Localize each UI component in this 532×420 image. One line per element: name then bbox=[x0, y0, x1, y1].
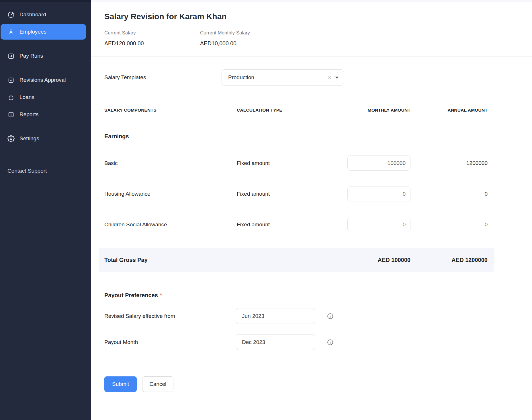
content-top-strip bbox=[91, 0, 532, 2]
payout-month-row: Payout Month bbox=[104, 334, 494, 350]
contact-support-link[interactable]: Contact Support bbox=[0, 168, 91, 174]
info-icon[interactable] bbox=[327, 339, 334, 346]
sidebar-item-label: Settings bbox=[19, 135, 39, 142]
revised-salary-effective-from-row: Revised Salary effective from bbox=[104, 308, 494, 324]
salary-summary: Current Salary AED120,000.00 Current Mon… bbox=[104, 30, 494, 47]
current-monthly-salary-label: Current Monthly Salary bbox=[200, 30, 296, 36]
sidebar-top-strip bbox=[0, 0, 91, 2]
calculation-type: Fixed amount bbox=[237, 221, 345, 228]
col-header-calculation-type: CALCULATION TYPE bbox=[237, 107, 345, 113]
sidebar-item-employees[interactable]: Employees bbox=[1, 24, 86, 40]
table-row-children-social-allowance: Children Social Allowance Fixed amount 0 bbox=[104, 217, 494, 232]
revisions-approval-icon bbox=[7, 77, 15, 84]
current-salary-block: Current Salary AED120,000.00 bbox=[104, 30, 200, 47]
payout-preferences-title-text: Payout Preferences bbox=[104, 292, 158, 298]
dashboard-icon bbox=[7, 11, 15, 18]
sidebar-item-revisions-approval[interactable]: Revisions Approval bbox=[1, 72, 86, 88]
earnings-section-title: Earnings bbox=[104, 133, 494, 140]
pay-runs-icon bbox=[7, 52, 15, 60]
calculation-type: Fixed amount bbox=[237, 191, 345, 197]
main-content: Salary Revision for Karam Khan Current S… bbox=[91, 0, 532, 420]
sidebar-item-dashboard[interactable]: Dashboard bbox=[1, 7, 86, 22]
payout-month-input[interactable] bbox=[236, 334, 315, 350]
monthly-amount-input-housing[interactable] bbox=[347, 186, 410, 201]
monthly-amount-input-basic[interactable] bbox=[347, 155, 410, 171]
settings-icon bbox=[7, 135, 15, 142]
annual-amount-value: 1200000 bbox=[410, 160, 489, 166]
col-header-monthly-amount: MONTHLY AMOUNT bbox=[345, 107, 410, 113]
employees-icon bbox=[7, 28, 15, 36]
sidebar-divider bbox=[5, 161, 86, 161]
revised-salary-effective-from-label: Revised Salary effective from bbox=[104, 313, 236, 319]
reports-icon bbox=[7, 111, 15, 118]
salary-templates-select[interactable]: Production × bbox=[222, 69, 344, 85]
loans-icon bbox=[7, 94, 15, 101]
sidebar-item-label: Reports bbox=[19, 111, 39, 118]
monthly-amount-input-children-social[interactable] bbox=[347, 217, 410, 232]
current-monthly-salary-value: AED10,000.00 bbox=[200, 40, 296, 47]
sidebar-item-loans[interactable]: Loans bbox=[1, 90, 86, 105]
cancel-button[interactable]: Cancel bbox=[142, 376, 173, 392]
sidebar-item-label: Dashboard bbox=[19, 11, 46, 18]
sidebar-item-settings[interactable]: Settings bbox=[1, 131, 86, 146]
sidebar-item-label: Revisions Approval bbox=[19, 77, 66, 83]
sidebar-item-label: Loans bbox=[19, 94, 34, 100]
sidebar-item-reports[interactable]: Reports bbox=[1, 107, 86, 122]
salary-templates-label: Salary Templates bbox=[104, 74, 222, 81]
total-gross-pay-label: Total Gross Pay bbox=[104, 257, 237, 263]
annual-amount-value: 0 bbox=[410, 191, 489, 197]
sidebar-item-label: Pay Runs bbox=[19, 53, 43, 59]
sidebar-item-label: Employees bbox=[19, 29, 46, 35]
current-salary-label: Current Salary bbox=[104, 30, 200, 36]
form-actions: Submit Cancel bbox=[91, 376, 532, 392]
table-row-basic: Basic Fixed amount 1200000 bbox=[104, 155, 494, 171]
page-header: Salary Revision for Karam Khan Current S… bbox=[91, 2, 532, 57]
salary-templates-row: Salary Templates Production × bbox=[91, 69, 532, 85]
payout-month-label: Payout Month bbox=[104, 339, 236, 345]
sidebar: Dashboard Employees Pay Runs Revisions A… bbox=[0, 0, 91, 420]
total-monthly-amount: AED 100000 bbox=[345, 257, 410, 263]
payout-preferences-title: Payout Preferences* bbox=[104, 291, 494, 299]
payout-preferences-section: Payout Preferences* Revised Salary effec… bbox=[91, 291, 532, 350]
current-monthly-salary-block: Current Monthly Salary AED10,000.00 bbox=[200, 30, 296, 47]
col-header-salary-components: SALARY COMPONENTS bbox=[104, 107, 237, 113]
total-gross-pay-row: Total Gross Pay AED 100000 AED 1200000 bbox=[99, 248, 494, 272]
page-title: Salary Revision for Karam Khan bbox=[104, 11, 494, 22]
sidebar-item-pay-runs[interactable]: Pay Runs bbox=[1, 48, 86, 64]
salary-components-table: SALARY COMPONENTS CALCULATION TYPE MONTH… bbox=[91, 107, 532, 272]
info-icon[interactable] bbox=[327, 313, 334, 320]
calculation-type: Fixed amount bbox=[237, 160, 345, 166]
annual-amount-value: 0 bbox=[410, 221, 489, 228]
current-salary-value: AED120,000.00 bbox=[104, 40, 200, 47]
revised-salary-effective-from-input[interactable] bbox=[236, 308, 315, 324]
salary-revision-page: Dashboard Employees Pay Runs Revisions A… bbox=[0, 0, 532, 420]
total-annual-amount: AED 1200000 bbox=[410, 257, 489, 263]
sidebar-nav: Dashboard Employees Pay Runs Revisions A… bbox=[0, 2, 91, 148]
submit-button[interactable]: Submit bbox=[104, 376, 137, 392]
clear-selection-icon[interactable]: × bbox=[328, 74, 332, 81]
table-header-row: SALARY COMPONENTS CALCULATION TYPE MONTH… bbox=[104, 107, 494, 118]
table-row-housing-allowance: Housing Allowance Fixed amount 0 bbox=[104, 186, 494, 201]
component-name: Basic bbox=[104, 160, 237, 166]
header-divider bbox=[91, 57, 532, 57]
col-header-annual-amount: ANNUAL AMOUNT bbox=[410, 107, 489, 113]
component-name: Children Social Allowance bbox=[104, 221, 237, 228]
component-name: Housing Allowance bbox=[104, 191, 237, 197]
chevron-down-icon bbox=[335, 77, 339, 79]
salary-templates-selected-value: Production bbox=[228, 74, 254, 81]
required-asterisk: * bbox=[160, 292, 162, 298]
